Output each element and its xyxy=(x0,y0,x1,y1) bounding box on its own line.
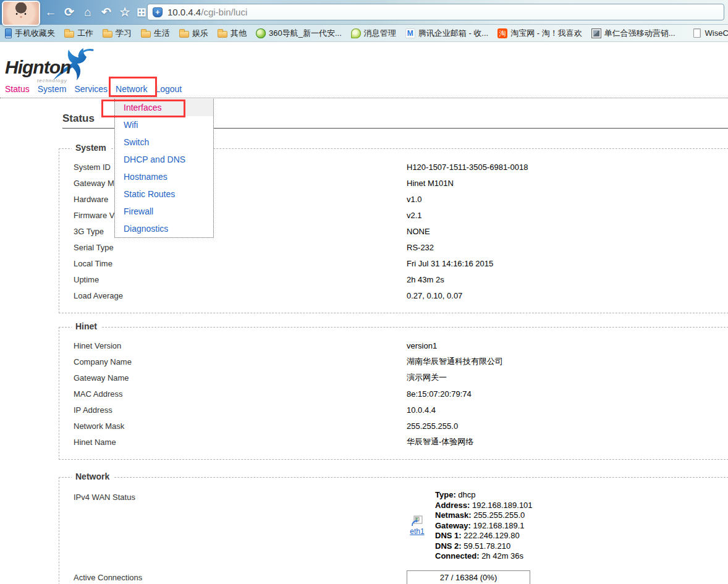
table-row: Company Name湖南华辰智通科技有限公司 xyxy=(59,353,728,370)
bookmark-item[interactable]: 360导航_新一代安... xyxy=(256,28,342,39)
reload-icon[interactable]: ⟳ xyxy=(61,4,78,21)
360-icon xyxy=(256,28,266,38)
row-label: Hardware xyxy=(59,195,407,204)
bookmark-label: 消息管理 xyxy=(364,28,396,39)
picture-icon xyxy=(591,28,601,38)
row-label: System ID xyxy=(59,163,407,172)
row-value: 10.0.4.4 xyxy=(407,405,436,415)
logo-text: Hignton xyxy=(5,57,70,78)
row-label: Local Time xyxy=(59,259,407,268)
folder-icon xyxy=(64,31,74,38)
bookmark-item[interactable]: 腾讯企业邮箱 - 收... xyxy=(405,28,488,39)
table-row: IP Address10.0.4.4 xyxy=(59,402,728,418)
row-value: 湖南华辰智通科技有限公司 xyxy=(407,356,503,367)
row-value: Fri Jul 31 14:16:16 2015 xyxy=(407,259,493,268)
bookmark-label: 其他 xyxy=(231,28,247,39)
table-row: MAC Address8e:15:07:20:79:74 xyxy=(59,386,728,402)
undo-icon[interactable]: ↶ xyxy=(98,4,115,21)
site-header: Hignton technology Status System Service… xyxy=(0,42,728,98)
user-avatar[interactable] xyxy=(2,1,40,26)
menu-item-logout[interactable]: Logout xyxy=(155,84,182,94)
row-value: 华辰智通-体验网络 xyxy=(407,436,473,447)
row-value: 255.255.255.0 xyxy=(407,421,458,431)
row-value: Hinet M101N xyxy=(407,179,454,188)
dropdown-item-dhcp-and-dns[interactable]: DHCP and DNS xyxy=(115,151,213,168)
row-label: Network Mask xyxy=(59,421,407,431)
dropdown-item-firewall[interactable]: Firewall xyxy=(115,203,213,220)
menu-item-services[interactable]: Services xyxy=(74,84,108,94)
bookmark-item[interactable]: 其他 xyxy=(218,28,247,39)
bookmark-label: 手机收藏夹 xyxy=(15,28,55,39)
row-value: NONE xyxy=(407,227,430,236)
network-dropdown-menu: Interfaces Wifi Switch DHCP and DNS Host… xyxy=(114,99,214,238)
wan-detail-line: Netmask: 255.255.255.0 xyxy=(435,510,533,521)
dropdown-item-hostnames[interactable]: Hostnames xyxy=(115,168,213,185)
row-value: version1 xyxy=(407,341,437,350)
bookmark-label: 淘宝网 - 淘！我喜欢 xyxy=(510,28,582,39)
row-label: MAC Address xyxy=(59,389,407,399)
phone-icon xyxy=(5,28,12,38)
folder-icon xyxy=(218,31,227,38)
wan-status-row: IPv4 WAN Status eth1 Type: dhcp Address:… xyxy=(59,488,728,562)
back-icon[interactable]: ← xyxy=(42,4,59,21)
bookmark-item[interactable]: WiseCRM NBS - ... xyxy=(692,28,728,38)
wan-detail-line: Connected: 2h 42m 36s xyxy=(435,551,533,562)
bookmark-item[interactable]: 学习 xyxy=(103,28,132,39)
star-icon[interactable]: ☆ xyxy=(116,4,133,21)
dropdown-item-switch[interactable]: Switch xyxy=(115,133,213,151)
logo-subtitle: technology xyxy=(37,78,67,83)
hinet-section-legend: Hinet xyxy=(72,321,101,331)
table-row: Uptime2h 43m 2s xyxy=(59,271,728,287)
bookmark-label: 学习 xyxy=(116,28,132,39)
row-value: v1.0 xyxy=(407,195,422,204)
shield-icon: + xyxy=(153,7,163,17)
bookmark-item[interactable]: 消息管理 xyxy=(351,28,396,39)
row-value: 2h 43m 2s xyxy=(407,275,444,284)
dropdown-item-static-routes[interactable]: Static Routes xyxy=(115,185,213,203)
bookmark-item[interactable]: 工作 xyxy=(64,28,93,39)
row-label: Load Average xyxy=(59,291,407,300)
bookmark-label: 360导航_新一代安... xyxy=(269,28,342,39)
row-label: Hinet Name xyxy=(59,438,407,447)
wan-status-value: eth1 Type: dhcp Address: 192.168.189.101… xyxy=(407,490,533,562)
dropdown-item-wifi[interactable]: Wifi xyxy=(115,116,213,133)
row-value: 8e:15:07:20:79:74 xyxy=(407,389,472,399)
url-text: 10.0.4.4/cgi-bin/luci xyxy=(167,7,247,17)
menu-item-status[interactable]: Status xyxy=(5,84,30,94)
menu-item-network[interactable]: Network xyxy=(116,84,147,94)
folder-icon xyxy=(179,31,189,38)
hinet-section: Hinet Hinet Versionversion1 Company Name… xyxy=(59,327,728,460)
bookmark-label: 工作 xyxy=(77,28,93,39)
folder-icon xyxy=(103,31,112,38)
wan-detail-line: DNS 1: 222.246.129.80 xyxy=(435,531,533,541)
network-section: Network IPv4 WAN Status eth1 Type: dhcp xyxy=(59,477,728,584)
hignton-logo: Hignton technology xyxy=(5,48,98,84)
eth1-link[interactable]: eth1 xyxy=(410,527,424,536)
dropdown-item-interfaces[interactable]: Interfaces xyxy=(115,99,213,116)
wan-details: Type: dhcp Address: 192.168.189.101 Netm… xyxy=(435,490,533,562)
row-label: Uptime xyxy=(59,275,407,284)
row-label: IPv4 WAN Status xyxy=(59,490,407,502)
home-icon[interactable]: ⌂ xyxy=(79,4,96,21)
bookmark-label: WiseCRM NBS - ... xyxy=(705,28,728,38)
bookmark-item[interactable]: 娱乐 xyxy=(179,28,208,39)
active-connections-meter: 27 / 16384 (0%) xyxy=(407,570,530,584)
bookmark-item[interactable]: 手机收藏夹 xyxy=(4,28,55,39)
bookmark-item[interactable]: 淘宝网 - 淘！我喜欢 xyxy=(497,28,582,39)
row-value: 0.27, 0.10, 0.07 xyxy=(407,291,462,300)
page-icon xyxy=(693,28,701,38)
address-bar[interactable]: + 10.0.4.4/cgi-bin/luci xyxy=(147,4,724,20)
bookmark-label: 腾讯企业邮箱 - 收... xyxy=(418,28,488,39)
bookmark-item[interactable]: 生活 xyxy=(141,28,170,39)
row-label: Active Connections xyxy=(59,573,407,582)
browser-toolbar: ← ⟳ ⌂ ↶ ☆ ⊞ + 10.0.4.4/cgi-bin/luci xyxy=(0,0,728,25)
table-row: Serial TypeRS-232 xyxy=(59,239,728,255)
wan-detail-line: Address: 192.168.189.101 xyxy=(435,501,533,511)
row-label: Company Name xyxy=(59,357,407,366)
menu-item-system[interactable]: System xyxy=(38,84,67,94)
dropdown-item-diagnostics[interactable]: Diagnostics xyxy=(115,220,213,237)
row-label: Serial Type xyxy=(59,243,407,252)
bookmark-item[interactable]: 单仁合强移动营销... xyxy=(591,28,675,39)
mail-icon xyxy=(405,28,415,38)
active-connections-row: Active Connections 27 / 16384 (0%) xyxy=(59,570,728,584)
